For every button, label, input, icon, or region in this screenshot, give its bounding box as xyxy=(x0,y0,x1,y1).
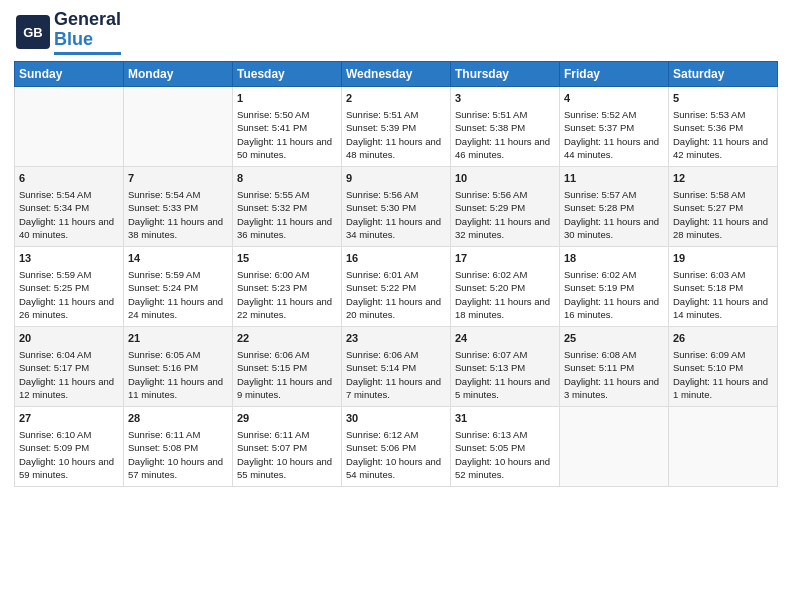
daylight: Daylight: 11 hours and 32 minutes. xyxy=(455,216,550,240)
calendar-cell: 6Sunrise: 5:54 AMSunset: 5:34 PMDaylight… xyxy=(15,166,124,246)
sunset: Sunset: 5:13 PM xyxy=(455,362,525,373)
sunset: Sunset: 5:38 PM xyxy=(455,122,525,133)
day-number: 2 xyxy=(346,91,446,106)
calendar-cell: 23Sunrise: 6:06 AMSunset: 5:14 PMDayligh… xyxy=(342,326,451,406)
sunset: Sunset: 5:29 PM xyxy=(455,202,525,213)
weekday-header-saturday: Saturday xyxy=(669,61,778,86)
day-number: 3 xyxy=(455,91,555,106)
day-number: 16 xyxy=(346,251,446,266)
sunset: Sunset: 5:25 PM xyxy=(19,282,89,293)
daylight: Daylight: 11 hours and 9 minutes. xyxy=(237,376,332,400)
daylight: Daylight: 11 hours and 24 minutes. xyxy=(128,296,223,320)
daylight: Daylight: 11 hours and 11 minutes. xyxy=(128,376,223,400)
sunrise: Sunrise: 6:08 AM xyxy=(564,349,636,360)
daylight: Daylight: 11 hours and 38 minutes. xyxy=(128,216,223,240)
sunrise: Sunrise: 5:50 AM xyxy=(237,109,309,120)
weekday-header-row: SundayMondayTuesdayWednesdayThursdayFrid… xyxy=(15,61,778,86)
sunrise: Sunrise: 6:03 AM xyxy=(673,269,745,280)
day-number: 1 xyxy=(237,91,337,106)
daylight: Daylight: 10 hours and 55 minutes. xyxy=(237,456,332,480)
weekday-header-thursday: Thursday xyxy=(451,61,560,86)
sunrise: Sunrise: 5:58 AM xyxy=(673,189,745,200)
daylight: Daylight: 11 hours and 34 minutes. xyxy=(346,216,441,240)
sunrise: Sunrise: 6:06 AM xyxy=(346,349,418,360)
daylight: Daylight: 10 hours and 52 minutes. xyxy=(455,456,550,480)
logo: GB General Blue xyxy=(14,10,121,55)
calendar-cell: 22Sunrise: 6:06 AMSunset: 5:15 PMDayligh… xyxy=(233,326,342,406)
sunrise: Sunrise: 5:59 AM xyxy=(128,269,200,280)
weekday-header-wednesday: Wednesday xyxy=(342,61,451,86)
day-number: 18 xyxy=(564,251,664,266)
sunrise: Sunrise: 6:05 AM xyxy=(128,349,200,360)
calendar-cell xyxy=(669,406,778,486)
day-number: 19 xyxy=(673,251,773,266)
day-number: 31 xyxy=(455,411,555,426)
calendar-cell: 1Sunrise: 5:50 AMSunset: 5:41 PMDaylight… xyxy=(233,86,342,166)
sunset: Sunset: 5:11 PM xyxy=(564,362,634,373)
sunset: Sunset: 5:18 PM xyxy=(673,282,743,293)
day-number: 23 xyxy=(346,331,446,346)
sunrise: Sunrise: 5:53 AM xyxy=(673,109,745,120)
daylight: Daylight: 10 hours and 54 minutes. xyxy=(346,456,441,480)
calendar-cell xyxy=(560,406,669,486)
sunset: Sunset: 5:36 PM xyxy=(673,122,743,133)
daylight: Daylight: 11 hours and 18 minutes. xyxy=(455,296,550,320)
calendar-cell: 15Sunrise: 6:00 AMSunset: 5:23 PMDayligh… xyxy=(233,246,342,326)
calendar-cell: 13Sunrise: 5:59 AMSunset: 5:25 PMDayligh… xyxy=(15,246,124,326)
day-number: 6 xyxy=(19,171,119,186)
sunset: Sunset: 5:05 PM xyxy=(455,442,525,453)
sunset: Sunset: 5:41 PM xyxy=(237,122,307,133)
sunset: Sunset: 5:27 PM xyxy=(673,202,743,213)
sunrise: Sunrise: 5:55 AM xyxy=(237,189,309,200)
sunrise: Sunrise: 6:01 AM xyxy=(346,269,418,280)
sunrise: Sunrise: 5:59 AM xyxy=(19,269,91,280)
sunrise: Sunrise: 5:56 AM xyxy=(346,189,418,200)
daylight: Daylight: 11 hours and 36 minutes. xyxy=(237,216,332,240)
day-number: 21 xyxy=(128,331,228,346)
calendar-cell: 25Sunrise: 6:08 AMSunset: 5:11 PMDayligh… xyxy=(560,326,669,406)
daylight: Daylight: 11 hours and 3 minutes. xyxy=(564,376,659,400)
calendar-cell xyxy=(124,86,233,166)
calendar-cell: 2Sunrise: 5:51 AMSunset: 5:39 PMDaylight… xyxy=(342,86,451,166)
sunrise: Sunrise: 6:13 AM xyxy=(455,429,527,440)
sunrise: Sunrise: 6:12 AM xyxy=(346,429,418,440)
sunrise: Sunrise: 5:54 AM xyxy=(19,189,91,200)
sunrise: Sunrise: 6:00 AM xyxy=(237,269,309,280)
sunset: Sunset: 5:24 PM xyxy=(128,282,198,293)
sunrise: Sunrise: 6:07 AM xyxy=(455,349,527,360)
calendar-cell: 11Sunrise: 5:57 AMSunset: 5:28 PMDayligh… xyxy=(560,166,669,246)
sunset: Sunset: 5:30 PM xyxy=(346,202,416,213)
sunset: Sunset: 5:32 PM xyxy=(237,202,307,213)
calendar-cell: 3Sunrise: 5:51 AMSunset: 5:38 PMDaylight… xyxy=(451,86,560,166)
main-container: GB General Blue SundayMondayTuesdayWedne… xyxy=(0,0,792,495)
calendar-cell: 7Sunrise: 5:54 AMSunset: 5:33 PMDaylight… xyxy=(124,166,233,246)
sunrise: Sunrise: 6:11 AM xyxy=(237,429,309,440)
day-number: 11 xyxy=(564,171,664,186)
sunset: Sunset: 5:14 PM xyxy=(346,362,416,373)
sunrise: Sunrise: 5:54 AM xyxy=(128,189,200,200)
daylight: Daylight: 11 hours and 48 minutes. xyxy=(346,136,441,160)
sunset: Sunset: 5:17 PM xyxy=(19,362,89,373)
day-number: 28 xyxy=(128,411,228,426)
calendar-cell: 17Sunrise: 6:02 AMSunset: 5:20 PMDayligh… xyxy=(451,246,560,326)
day-number: 8 xyxy=(237,171,337,186)
day-number: 4 xyxy=(564,91,664,106)
weekday-header-sunday: Sunday xyxy=(15,61,124,86)
sunset: Sunset: 5:16 PM xyxy=(128,362,198,373)
calendar-cell: 14Sunrise: 5:59 AMSunset: 5:24 PMDayligh… xyxy=(124,246,233,326)
sunset: Sunset: 5:15 PM xyxy=(237,362,307,373)
sunset: Sunset: 5:33 PM xyxy=(128,202,198,213)
sunset: Sunset: 5:39 PM xyxy=(346,122,416,133)
daylight: Daylight: 11 hours and 5 minutes. xyxy=(455,376,550,400)
calendar-cell: 20Sunrise: 6:04 AMSunset: 5:17 PMDayligh… xyxy=(15,326,124,406)
daylight: Daylight: 11 hours and 50 minutes. xyxy=(237,136,332,160)
calendar-cell xyxy=(15,86,124,166)
calendar-cell: 27Sunrise: 6:10 AMSunset: 5:09 PMDayligh… xyxy=(15,406,124,486)
day-number: 29 xyxy=(237,411,337,426)
calendar-cell: 31Sunrise: 6:13 AMSunset: 5:05 PMDayligh… xyxy=(451,406,560,486)
day-number: 30 xyxy=(346,411,446,426)
sunset: Sunset: 5:28 PM xyxy=(564,202,634,213)
sunset: Sunset: 5:20 PM xyxy=(455,282,525,293)
calendar-week-4: 20Sunrise: 6:04 AMSunset: 5:17 PMDayligh… xyxy=(15,326,778,406)
weekday-header-friday: Friday xyxy=(560,61,669,86)
